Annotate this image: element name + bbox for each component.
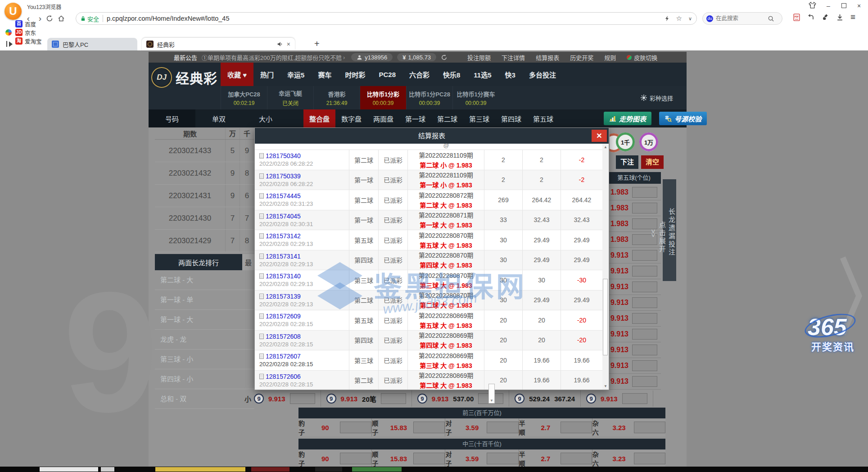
taskbar-thumbnail[interactable]	[352, 467, 402, 472]
summary-odds[interactable]: 9.913	[341, 395, 358, 403]
tab-classic-lottery[interactable]: 经典彩 ×	[142, 38, 295, 50]
odds-value[interactable]: 9.913	[607, 362, 632, 370]
undo-icon[interactable]	[807, 14, 815, 21]
trend-chart-button[interactable]: 走势图表	[604, 112, 651, 125]
summary-odds[interactable]: 9.913	[601, 395, 618, 403]
bookmark-item[interactable]: JD 京东	[15, 28, 42, 37]
modal-header[interactable]: 结算报表 ✕	[255, 128, 609, 144]
nav-item[interactable]: 11选5	[467, 63, 498, 86]
header-link[interactable]: 投注限额	[467, 53, 491, 62]
ball-number[interactable]: 9	[254, 394, 264, 404]
streak-rank-item[interactable]: 第三球 - 小	[155, 349, 254, 369]
bookmark-item[interactable]: 百 百度	[15, 20, 42, 28]
odds-value[interactable]: 9.913	[607, 251, 632, 259]
streak-rank-item[interactable]: 第二球 - 大	[155, 270, 254, 290]
bet-amount-input[interactable]	[632, 297, 657, 308]
tab-bali-pc[interactable]: 巴黎人PC	[47, 38, 137, 50]
balance-pill[interactable]: ¥ 1,085.73	[397, 53, 436, 61]
bet-amount-input[interactable]	[622, 393, 647, 404]
streak-rank-item[interactable]: 第一球 - 大	[155, 310, 254, 330]
header-link[interactable]: 结算报表	[536, 53, 559, 62]
bet-amount-input[interactable]	[632, 281, 657, 292]
reader-lightning-icon[interactable]	[665, 15, 669, 22]
streak-rank-item[interactable]: 总和 - 双	[155, 389, 254, 409]
user-pill[interactable]: y138956	[351, 53, 393, 61]
summary-odds[interactable]: 9.913	[268, 395, 285, 403]
bet-amount-input[interactable]	[413, 422, 445, 433]
scroll-up-icon[interactable]: ▲	[602, 144, 609, 150]
bet-id-link[interactable]: 1281572609	[259, 313, 349, 320]
url-text[interactable]: p.cpqlzpor.com/Home/IndexNew#/lotto_45	[107, 15, 665, 22]
view-tab[interactable]: 大小	[242, 109, 289, 127]
close-button[interactable]: ×	[854, 2, 863, 10]
odds-value[interactable]: 1.983	[607, 236, 632, 244]
search-icon[interactable]	[768, 16, 774, 22]
home-icon[interactable]	[58, 15, 69, 22]
odds-value[interactable]: 1.983	[607, 220, 632, 228]
skin-shirt-icon[interactable]	[809, 2, 818, 10]
game-tab[interactable]: 数字盘	[335, 109, 367, 127]
broom-icon[interactable]	[822, 14, 829, 21]
lottery-tile[interactable]: 香港彩 21:36:49	[313, 86, 360, 109]
nav-item[interactable]: 热门	[253, 63, 280, 86]
nav-item[interactable]: 收藏 ♥	[221, 63, 253, 86]
address-bar[interactable]: 安全 p.cpqlzpor.com/Home/IndexNew#/lotto_4…	[76, 12, 697, 25]
streak-rank-item[interactable]: 龙虎 - 龙	[155, 330, 254, 349]
bet-amount-input[interactable]	[561, 422, 592, 433]
bet-id-link[interactable]: 1281750340	[259, 152, 349, 159]
nav-item[interactable]: 快3	[498, 63, 522, 86]
streak-rank-item[interactable]: 第四球 - 小	[155, 369, 254, 389]
place-bet-button[interactable]: 下注	[616, 155, 638, 169]
game-tab[interactable]: 第三球	[463, 109, 495, 127]
game-tab[interactable]: 第五球	[527, 109, 559, 127]
taskbar-thumbnail[interactable]	[251, 467, 289, 472]
refresh-balance-icon[interactable]	[441, 54, 448, 61]
game-tab[interactable]: 整合盘	[303, 109, 335, 127]
taskbar-thumbnail[interactable]	[101, 467, 114, 472]
game-tab[interactable]: 第四球	[495, 109, 527, 127]
streak-miss-side-panel[interactable]: 长龙遗漏投注 点击展开 >>	[663, 179, 676, 281]
view-tab[interactable]: 号码	[149, 109, 195, 127]
bet-amount-input[interactable]	[632, 250, 657, 261]
bet-amount-input[interactable]	[632, 187, 657, 198]
bet-amount-input[interactable]	[632, 313, 657, 324]
menu-icon[interactable]: ≡	[850, 12, 855, 22]
bet-amount-input[interactable]	[632, 329, 657, 340]
bet-amount-input[interactable]	[340, 453, 371, 464]
chip-1000[interactable]: 1千	[616, 132, 635, 151]
bet-amount-input[interactable]	[632, 360, 657, 371]
taskbar-thumbnail[interactable]	[40, 467, 98, 472]
odds-value[interactable]: 9.913	[607, 377, 632, 386]
nav-item[interactable]: 六合彩	[402, 63, 436, 86]
bet-amount-input[interactable]	[381, 393, 406, 404]
bet-id-link[interactable]: 1281750339	[259, 172, 349, 180]
speaker-icon[interactable]	[277, 41, 283, 47]
odds-value[interactable]: 9.913	[607, 330, 632, 338]
header-link[interactable]: 规则	[604, 53, 616, 62]
ball-number[interactable]: 9	[417, 394, 427, 404]
bet-amount-input[interactable]	[632, 218, 657, 229]
bet-id-link[interactable]: 1281574045	[259, 213, 349, 220]
nav-item[interactable]: 多台投注	[522, 63, 563, 86]
bet-amount-input[interactable]	[413, 453, 445, 464]
taskbar-thumbnail[interactable]	[155, 467, 245, 472]
bet-amount-input[interactable]	[634, 453, 665, 464]
lottery-info-badge[interactable]: 365 开奖资讯	[805, 311, 859, 356]
minimize-button[interactable]: –	[824, 2, 833, 10]
skin-switch-link[interactable]: 皮肤切换	[627, 53, 657, 62]
quick-search[interactable]: du	[702, 12, 782, 25]
chevron-down-icon[interactable]: ∨	[688, 16, 692, 22]
bet-id-link[interactable]: 1281574445	[259, 192, 349, 200]
odds-value[interactable]: 9.913	[607, 314, 632, 322]
header-link[interactable]: 历史开奖	[570, 53, 593, 62]
nav-item[interactable]: 幸运5	[280, 63, 311, 86]
nav-item[interactable]: PC28	[372, 63, 402, 86]
bet-amount-input[interactable]	[632, 266, 657, 277]
latest-tab[interactable]: 最	[242, 254, 254, 270]
bet-id-link[interactable]: 1281572606	[259, 373, 349, 380]
bet-id-link[interactable]: 1281573142	[259, 232, 349, 240]
chip-10000[interactable]: 1万	[639, 132, 658, 151]
search-input[interactable]	[716, 15, 765, 22]
odds-value[interactable]: 9.913	[607, 299, 632, 307]
bet-amount-input[interactable]	[561, 453, 592, 464]
